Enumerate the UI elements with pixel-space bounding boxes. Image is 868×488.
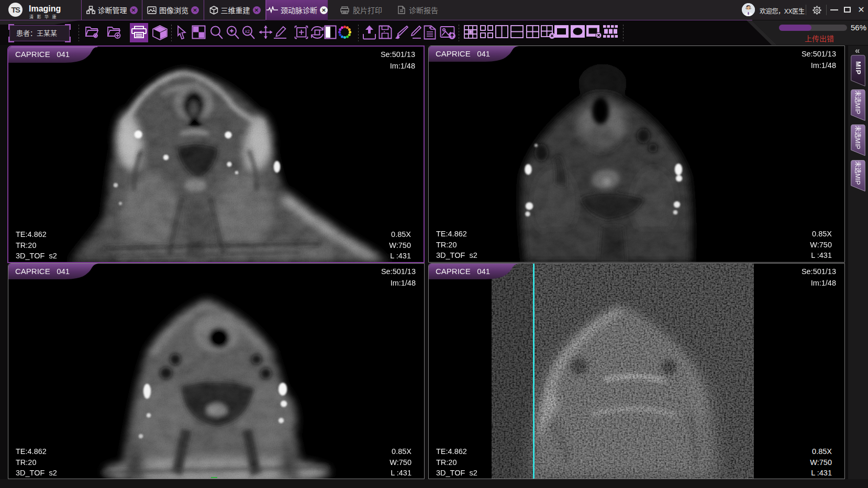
svg-text:x2: x2 (245, 29, 250, 34)
